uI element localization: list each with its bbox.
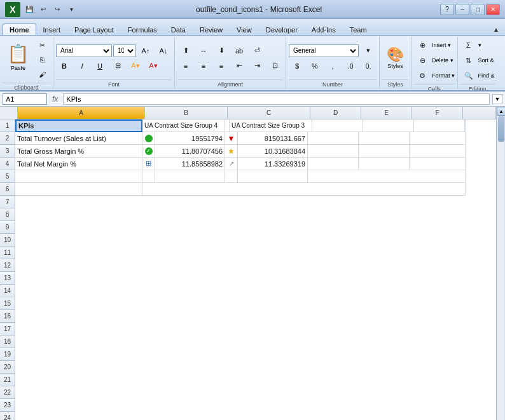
tab-developer[interactable]: Developer xyxy=(259,24,305,35)
cell-c3[interactable]: 10.31683844 xyxy=(238,145,308,158)
row-header-10[interactable]: 10 xyxy=(0,234,15,247)
fill-color-btn[interactable]: A▾ xyxy=(127,59,144,73)
scroll-up-btn[interactable]: ▲ xyxy=(497,107,505,116)
increase-font-btn[interactable]: A↑ xyxy=(137,44,154,58)
cell-c1[interactable]: UA Contract Size Group 3 xyxy=(230,119,312,132)
copy-button[interactable]: ⎘ xyxy=(34,53,50,67)
ribbon-minimize-btn[interactable]: ▲ xyxy=(490,24,502,35)
cell-b4[interactable]: 11.85858982 xyxy=(155,158,225,170)
row-header-2[interactable]: 2 xyxy=(0,132,15,145)
cell-b3[interactable]: 11.80707456 xyxy=(155,145,225,158)
row-header-14[interactable]: 14 xyxy=(0,285,15,297)
wrap-btn[interactable]: ⏎ xyxy=(249,44,265,58)
cell-a1[interactable]: KPIs xyxy=(15,119,142,132)
tab-insert[interactable]: Insert xyxy=(36,24,68,35)
format-dropdown[interactable]: ▾ xyxy=(452,72,455,79)
number-format-select[interactable]: General xyxy=(289,44,359,57)
merge-btn[interactable]: ⊡ xyxy=(266,59,283,73)
cell-a5[interactable] xyxy=(15,170,142,183)
font-size-select[interactable]: 10 xyxy=(113,44,136,57)
row-header-17[interactable]: 17 xyxy=(0,323,15,335)
tab-add-ins[interactable]: Add-Ins xyxy=(305,24,343,35)
cell-d3[interactable] xyxy=(308,145,359,158)
row-header-5[interactable]: 5 xyxy=(0,170,15,183)
autosum-btn[interactable]: Σ xyxy=(460,38,477,52)
percent-btn[interactable]: % xyxy=(307,59,323,73)
increase-indent-btn[interactable]: ⇥ xyxy=(249,59,265,73)
cell-e4[interactable] xyxy=(359,158,410,170)
redo-quick-btn[interactable]: ↪ xyxy=(51,4,64,15)
row-header-6[interactable]: 6 xyxy=(0,183,15,196)
name-box[interactable]: A1 xyxy=(3,93,47,105)
sort-filter-btn[interactable]: ⇅ xyxy=(460,53,477,67)
align-middle-btn[interactable]: ↔ xyxy=(195,44,212,58)
scroll-track-v[interactable] xyxy=(497,116,504,420)
cell-c4[interactable]: 11.33269319 xyxy=(238,158,308,170)
cell-c5[interactable] xyxy=(238,170,308,183)
text-orient-btn[interactable]: ab xyxy=(231,44,247,58)
tab-view[interactable]: View xyxy=(230,24,259,35)
row-header-16[interactable]: 16 xyxy=(0,310,15,323)
cell-a3[interactable]: Total Gross Margin % xyxy=(15,145,142,158)
row-header-22[interactable]: 22 xyxy=(0,386,15,399)
format-painter-button[interactable]: 🖌 xyxy=(34,67,50,81)
border-btn[interactable]: ⊞ xyxy=(109,59,126,73)
decrease-indent-btn[interactable]: ⇤ xyxy=(231,59,247,73)
find-btn[interactable]: 🔍 xyxy=(460,69,477,83)
number-format-btn[interactable]: ▾ xyxy=(360,44,377,58)
undo-quick-btn[interactable]: ↩ xyxy=(37,4,50,15)
help-btn[interactable]: ? xyxy=(440,4,454,15)
close-btn[interactable]: ✕ xyxy=(486,4,500,15)
vertical-scrollbar[interactable]: ▲ ▼ xyxy=(496,107,505,420)
minimize-btn[interactable]: – xyxy=(455,4,469,15)
tab-page-layout[interactable]: Page Layout xyxy=(67,24,121,35)
tab-data[interactable]: Data xyxy=(164,24,193,35)
cell-e2[interactable] xyxy=(359,132,410,145)
cell-d1[interactable] xyxy=(312,119,363,132)
styles-button[interactable]: 🎨 Styles xyxy=(382,41,408,76)
formula-input[interactable] xyxy=(63,93,490,105)
row-header-11[interactable]: 11 xyxy=(0,247,15,259)
tab-home[interactable]: Home xyxy=(3,24,36,35)
align-left-btn[interactable]: ≡ xyxy=(177,59,194,73)
scroll-thumb-v[interactable] xyxy=(498,116,504,142)
align-center-btn[interactable]: ≡ xyxy=(195,59,212,73)
cell-c1-icon[interactable] xyxy=(225,119,230,132)
row-header-9[interactable]: 9 xyxy=(0,221,15,234)
row-header-24[interactable]: 24 xyxy=(0,412,15,420)
cell-c2[interactable]: 8150131.667 xyxy=(238,132,308,145)
row-header-18[interactable]: 18 xyxy=(0,335,15,348)
maximize-btn[interactable]: □ xyxy=(471,4,485,15)
tab-review[interactable]: Review xyxy=(193,24,230,35)
col-header-b[interactable]: B xyxy=(145,107,228,119)
align-bottom-btn[interactable]: ⬇ xyxy=(213,44,230,58)
decrease-font-btn[interactable]: A↓ xyxy=(155,44,172,58)
bold-btn[interactable]: B xyxy=(56,59,73,73)
formula-expand-btn[interactable]: ▼ xyxy=(492,94,502,104)
italic-btn[interactable]: I xyxy=(74,59,90,73)
tab-formulas[interactable]: Formulas xyxy=(121,24,164,35)
tab-team[interactable]: Team xyxy=(343,24,374,35)
row-header-13[interactable]: 13 xyxy=(0,272,15,285)
row-header-8[interactable]: 8 xyxy=(0,208,15,221)
cell-d4[interactable] xyxy=(308,158,359,170)
decrease-decimal-btn[interactable]: 0. xyxy=(360,59,377,73)
row-header-12[interactable]: 12 xyxy=(0,259,15,272)
row-header-19[interactable]: 19 xyxy=(0,348,15,361)
row-header-3[interactable]: 3 xyxy=(0,145,15,158)
format-cells-btn[interactable]: ⚙ xyxy=(414,69,431,83)
font-color-btn[interactable]: A▾ xyxy=(145,59,162,73)
col-header-d[interactable]: D xyxy=(310,107,361,119)
cell-a2[interactable]: Total Turnover (Sales at List) xyxy=(15,132,142,145)
cell-b2[interactable]: 19551794 xyxy=(155,132,225,145)
cell-e3[interactable] xyxy=(359,145,410,158)
save-quick-btn[interactable]: 💾 xyxy=(23,4,36,15)
row-header-7[interactable]: 7 xyxy=(0,196,15,208)
align-right-btn[interactable]: ≡ xyxy=(213,59,230,73)
cell-b5[interactable] xyxy=(155,170,225,183)
cell-a4[interactable]: Total Net Margin % xyxy=(15,158,142,170)
row-header-4[interactable]: 4 xyxy=(0,158,15,170)
comma-btn[interactable]: , xyxy=(324,59,341,73)
cut-button[interactable]: ✂ xyxy=(34,38,50,52)
col-header-f[interactable]: F xyxy=(412,107,463,119)
